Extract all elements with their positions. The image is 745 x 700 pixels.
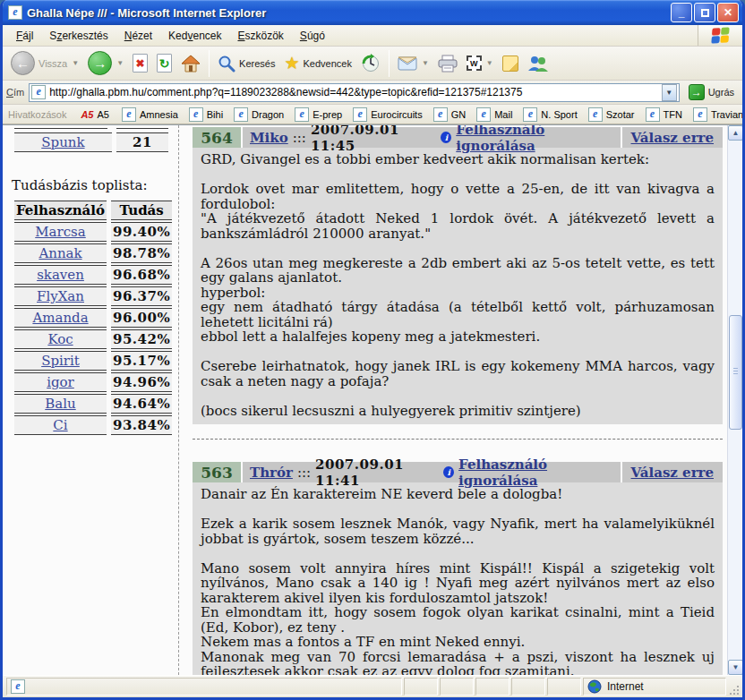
toplist-user-link[interactable]: FlyXan <box>37 288 84 304</box>
scrollbar-thumb[interactable] <box>729 315 742 430</box>
reply-link[interactable]: Válasz erre <box>631 465 714 481</box>
toplist-row: Amanda 96.00% <box>14 308 172 328</box>
security-zone-pane: Internet <box>583 678 726 696</box>
address-dropdown-icon[interactable]: ▼ <box>662 84 677 101</box>
spunk-value: 21 <box>116 132 168 152</box>
menu-item[interactable]: Fájl <box>8 27 41 45</box>
spunk-table: Spunk 21 <box>10 131 173 154</box>
toplist-header-row: Felhasználó Tudás <box>14 201 172 220</box>
info-icon[interactable]: i <box>441 132 451 143</box>
post-header: 564 Miko ::: 2007.09.01 11:45 i Felhaszn… <box>193 127 723 148</box>
toplist-user-link[interactable]: Balu <box>45 396 75 412</box>
go-arrow-icon: → <box>689 84 705 100</box>
links-bar-item[interactable]: E-prep <box>289 107 347 123</box>
scroll-up-button[interactable]: ▲ <box>728 125 742 141</box>
status-pane <box>475 678 510 696</box>
toplist-user-link[interactable]: Amanda <box>32 310 88 326</box>
menu-item[interactable]: Kedvencek <box>160 27 229 45</box>
close-button[interactable]: ✕ <box>717 3 739 22</box>
links-bar-item[interactable]: Szotar <box>583 107 640 123</box>
toplist-user-link[interactable]: Annak <box>39 245 81 261</box>
toplist-value: 99.40% <box>111 222 172 242</box>
menu-item[interactable]: Szerkesztés <box>41 27 116 45</box>
back-button[interactable]: ← Vissza ▼ <box>6 49 83 77</box>
post-number: 563 <box>193 462 241 482</box>
info-icon[interactable]: i <box>443 466 454 478</box>
forward-dropdown-icon[interactable]: ▼ <box>116 59 124 67</box>
discuss-button[interactable] <box>498 54 523 73</box>
ignore-user-link[interactable]: Felhasználó ignorálása <box>456 125 612 154</box>
refresh-button[interactable]: ↻ <box>152 52 176 74</box>
ie-page-icon <box>433 107 448 122</box>
toplist-user-link[interactable]: Spirit <box>41 353 80 369</box>
ie-page-icon <box>693 107 707 122</box>
status-pane <box>511 678 545 696</box>
links-bar-item[interactable]: Amnesia <box>116 107 184 123</box>
home-button[interactable] <box>176 53 205 74</box>
toplist-col-user: Felhasználó <box>14 201 107 220</box>
toolbar-separator <box>209 50 210 77</box>
links-bar-item-a5[interactable]: A5 A5 <box>75 108 115 121</box>
resize-grip[interactable] <box>728 678 741 696</box>
print-button[interactable] <box>433 53 462 74</box>
toplist-value: 96.00% <box>111 308 172 328</box>
forum-post-564: 564 Miko ::: 2007.09.01 11:45 i Felhaszn… <box>193 127 723 424</box>
post-number: 564 <box>193 127 241 148</box>
toplist-value: 95.42% <box>111 329 172 349</box>
links-bar-item[interactable]: N. Sport <box>518 107 582 123</box>
search-button[interactable]: Keresés <box>213 53 279 74</box>
toplist-user-link[interactable]: Koc <box>47 331 73 347</box>
post-author-link[interactable]: Miko <box>250 130 288 146</box>
address-input[interactable]: http://ghalla.pbm.hu/comment.php?q=11890… <box>29 83 679 102</box>
minimize-button[interactable]: _ <box>671 3 692 22</box>
toplist-user-link[interactable]: skaven <box>37 267 84 283</box>
reply-link[interactable]: Válasz erre <box>631 130 714 146</box>
mail-dropdown-icon[interactable]: ▼ <box>422 59 429 67</box>
window-title: Ghalla Népe /// - Microsoft Internet Exp… <box>27 6 669 20</box>
forward-button[interactable]: → ▼ <box>83 49 128 77</box>
post-header: 563 Thrór ::: 2007.09.01 11:41 i Felhasz… <box>193 462 723 482</box>
post-body: GRD, Givangel es a tobbi ember kedveert … <box>193 148 723 424</box>
ie-page-icon <box>189 107 203 122</box>
history-button[interactable] <box>356 52 385 75</box>
favorites-star-icon: ★ <box>284 53 299 73</box>
ie-status-icon <box>11 679 25 694</box>
edit-dropdown-icon[interactable]: ▼ <box>486 59 493 67</box>
status-pane <box>404 678 438 696</box>
go-button[interactable]: → Ugrás <box>684 83 739 101</box>
url-text[interactable]: http://ghalla.pbm.hu/comment.php?q=11890… <box>49 86 661 98</box>
reply-cell: Válasz erre <box>622 462 723 482</box>
links-bar-item[interactable]: GN <box>428 107 472 123</box>
links-bar-item[interactable]: Dragon <box>228 107 289 123</box>
windows-flag-icon <box>711 27 729 43</box>
toplist-user-link[interactable]: Ci <box>53 417 67 433</box>
ignore-user-link[interactable]: Felhasználó ignorálása <box>458 457 612 489</box>
reply-cell: Válasz erre <box>622 127 723 148</box>
stop-button[interactable]: ✖ <box>128 52 152 74</box>
toplist-row: Spirit 95.17% <box>14 351 172 371</box>
back-icon: ← <box>11 51 35 75</box>
scroll-down-button[interactable]: ▼ <box>728 660 742 675</box>
vertical-scrollbar[interactable]: ▲ ▼ <box>727 125 742 675</box>
toplist-user-link[interactable]: Marcsa <box>35 224 86 240</box>
edit-button[interactable]: ▼ <box>462 54 498 73</box>
links-bar-item[interactable]: Mail <box>471 107 518 123</box>
title-bar[interactable]: Ghalla Népe /// - Microsoft Internet Exp… <box>3 0 742 25</box>
menu-item[interactable]: Eszközök <box>229 27 291 45</box>
favorites-button[interactable]: ★ Kedvencek <box>279 51 355 75</box>
links-bar-item[interactable]: Bihi <box>184 107 228 123</box>
ie-page-icon <box>295 107 309 122</box>
forum-post-563: 563 Thrór ::: 2007.09.01 11:41 i Felhasz… <box>193 462 723 675</box>
maximize-button[interactable] <box>694 3 715 22</box>
links-bar-item[interactable]: TFN <box>640 107 688 123</box>
toplist-user-link[interactable]: igor <box>47 374 74 390</box>
mail-button[interactable]: ▼ <box>393 55 433 73</box>
post-author-link[interactable]: Thrór <box>250 465 293 481</box>
menu-item[interactable]: Súgó <box>292 27 333 45</box>
links-bar-item[interactable]: Travian <box>688 107 742 123</box>
spunk-link[interactable]: Spunk <box>41 134 84 150</box>
links-bar-item[interactable]: Eurocircuits <box>347 107 427 123</box>
back-dropdown-icon[interactable]: ▼ <box>72 59 79 67</box>
menu-item[interactable]: Nézet <box>116 27 160 45</box>
messenger-button[interactable] <box>523 53 553 74</box>
